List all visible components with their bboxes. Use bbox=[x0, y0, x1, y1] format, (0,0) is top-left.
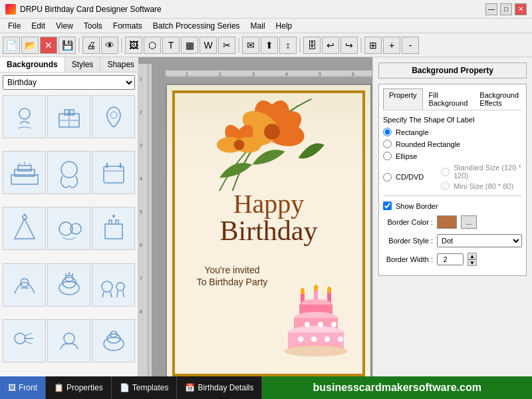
bg-item-2[interactable] bbox=[47, 95, 90, 138]
svg-rect-14 bbox=[104, 166, 124, 183]
tb-undo[interactable]: ↩ bbox=[322, 37, 339, 54]
maximize-button[interactable]: □ bbox=[500, 3, 512, 15]
tab-shapes[interactable]: Shapes bbox=[100, 57, 142, 72]
label-standard-size: Standard Size (120 * 120) bbox=[454, 164, 522, 180]
card-text-party: To Birthday Party bbox=[180, 277, 284, 287]
bg-item-6[interactable] bbox=[92, 151, 135, 194]
bg-item-13[interactable] bbox=[3, 319, 46, 362]
bg-item-9[interactable] bbox=[92, 207, 135, 250]
tb-zoom-out[interactable]: - bbox=[402, 37, 419, 54]
svg-point-87 bbox=[284, 346, 348, 356]
bg-item-5[interactable] bbox=[47, 151, 90, 194]
category-dropdown[interactable]: Birthday Anniversary Wedding Baby Shower bbox=[3, 75, 135, 90]
radio-standard-size[interactable] bbox=[441, 168, 450, 176]
radio-ellipse[interactable] bbox=[383, 152, 392, 160]
bg-item-8[interactable] bbox=[47, 207, 90, 250]
bg-item-11[interactable] bbox=[47, 263, 90, 307]
tb-db[interactable]: 🗄 bbox=[303, 37, 321, 54]
bottom-btn-front[interactable]: 🖼 Front bbox=[0, 376, 46, 399]
bg-item-1[interactable] bbox=[3, 95, 46, 138]
border-color-row: Border Color : ... bbox=[383, 215, 522, 229]
svg-point-85 bbox=[325, 336, 330, 342]
bottom-btn-templates[interactable]: 📄 Templates bbox=[112, 376, 178, 399]
tb-redo[interactable]: ↪ bbox=[340, 37, 358, 54]
bg-item-12[interactable] bbox=[92, 263, 135, 307]
menu-view[interactable]: View bbox=[51, 20, 78, 31]
spin-up-button[interactable]: ▲ bbox=[467, 253, 477, 259]
tb-shape[interactable]: ⬡ bbox=[144, 37, 161, 54]
border-color-swatch[interactable] bbox=[437, 215, 457, 229]
bg-item-15[interactable] bbox=[92, 319, 135, 362]
toolbar: 📄 📂 ✕ 💾 🖨 👁 🖼 ⬡ T ▦ W ✂ ✉ ⬆ ↕ 🗄 ↩ ↪ ⊞ + … bbox=[0, 33, 532, 57]
tab-property[interactable]: Property bbox=[383, 88, 423, 110]
card-cake bbox=[281, 279, 360, 372]
svg-text:7: 7 bbox=[140, 276, 142, 281]
tb-print[interactable]: 🖨 bbox=[82, 37, 100, 54]
tb-image[interactable]: 🖼 bbox=[125, 37, 142, 54]
menu-batch[interactable]: Batch Processing Series bbox=[148, 20, 245, 31]
tb-save[interactable]: 💾 bbox=[59, 37, 76, 54]
tb-wordart[interactable]: W bbox=[200, 37, 217, 54]
tab-backgrounds[interactable]: Backgrounds bbox=[0, 57, 65, 72]
menu-edit[interactable]: Edit bbox=[26, 20, 51, 31]
border-style-label: Border Style : bbox=[383, 237, 433, 245]
tb-zoom-in[interactable]: + bbox=[383, 37, 400, 54]
tab-styles[interactable]: Styles bbox=[65, 57, 101, 72]
left-panel: Backgrounds Styles Shapes Birthday Anniv… bbox=[0, 57, 138, 376]
canvas-area[interactable]: 1 2 3 4 5 6 7 8 1 2 3 4 5 6 bbox=[138, 57, 372, 376]
menu-mail[interactable]: Mail bbox=[245, 20, 271, 31]
tb-close[interactable]: ✕ bbox=[40, 37, 57, 54]
tb-grid[interactable]: ⊞ bbox=[364, 37, 382, 54]
border-style-select[interactable]: Dot Dash Solid DashDot DashDotDot bbox=[437, 234, 522, 247]
menu-formats[interactable]: Formats bbox=[108, 20, 148, 31]
svg-text:8: 8 bbox=[140, 309, 142, 314]
radio-rounded-rectangle[interactable] bbox=[383, 140, 392, 148]
properties-icon: 📋 bbox=[54, 383, 64, 392]
menu-help[interactable]: Help bbox=[271, 20, 298, 31]
radio-rectangle[interactable] bbox=[383, 128, 392, 136]
svg-point-0 bbox=[19, 108, 30, 119]
svg-point-81 bbox=[318, 322, 323, 327]
bg-item-3[interactable] bbox=[92, 95, 135, 138]
tab-background-effects[interactable]: Background Effects bbox=[473, 88, 525, 110]
bg-item-10[interactable] bbox=[3, 263, 46, 307]
tb-barcode[interactable]: ▦ bbox=[181, 37, 198, 54]
border-width-input[interactable] bbox=[437, 253, 464, 265]
background-property-button[interactable]: Background Property bbox=[378, 63, 527, 78]
tb-preview[interactable]: 👁 bbox=[101, 37, 118, 54]
bottom-btn-properties[interactable]: 📋 Properties bbox=[46, 376, 112, 399]
radio-cddvd[interactable] bbox=[383, 173, 392, 182]
bg-item-7[interactable] bbox=[3, 207, 46, 250]
card-canvas[interactable]: Happy Birthday You're invited To Birthda… bbox=[166, 84, 372, 376]
svg-point-21 bbox=[112, 215, 115, 217]
bg-item-14[interactable] bbox=[47, 319, 90, 362]
svg-text:3: 3 bbox=[140, 143, 142, 148]
show-border-checkbox[interactable] bbox=[383, 201, 392, 210]
tb-open[interactable]: 📂 bbox=[21, 37, 39, 54]
tb-export[interactable]: ⬆ bbox=[261, 37, 278, 54]
minimize-button[interactable]: — bbox=[485, 3, 497, 15]
tb-clip[interactable]: ✂ bbox=[218, 37, 235, 54]
menu-file[interactable]: File bbox=[3, 20, 26, 31]
label-ellipse: Ellipse bbox=[396, 152, 417, 160]
tb-arrow[interactable]: ↕ bbox=[279, 37, 297, 54]
svg-text:5: 5 bbox=[140, 209, 142, 214]
svg-point-83 bbox=[298, 336, 303, 342]
tb-new[interactable]: 📄 bbox=[3, 37, 20, 54]
main-area: Backgrounds Styles Shapes Birthday Anniv… bbox=[0, 57, 532, 376]
birthday-details-label: Birthday Details bbox=[198, 383, 253, 392]
bottom-btn-birthday-details[interactable]: 📅 Birthday Details bbox=[177, 376, 262, 399]
svg-point-68 bbox=[301, 288, 305, 295]
tab-fill-background[interactable]: Fill Background bbox=[423, 88, 474, 110]
tb-email[interactable]: ✉ bbox=[242, 37, 259, 54]
border-color-label: Border Color : bbox=[383, 218, 433, 226]
spin-down-button[interactable]: ▼ bbox=[467, 259, 477, 266]
svg-point-80 bbox=[305, 322, 310, 327]
close-button[interactable]: ✕ bbox=[515, 3, 527, 15]
menu-tools[interactable]: Tools bbox=[78, 20, 108, 31]
bg-item-4[interactable] bbox=[3, 151, 46, 194]
radio-mini-size[interactable] bbox=[441, 182, 450, 190]
templates-label: Templates bbox=[132, 383, 169, 392]
tb-text[interactable]: T bbox=[162, 37, 180, 54]
border-color-picker-button[interactable]: ... bbox=[461, 215, 477, 229]
